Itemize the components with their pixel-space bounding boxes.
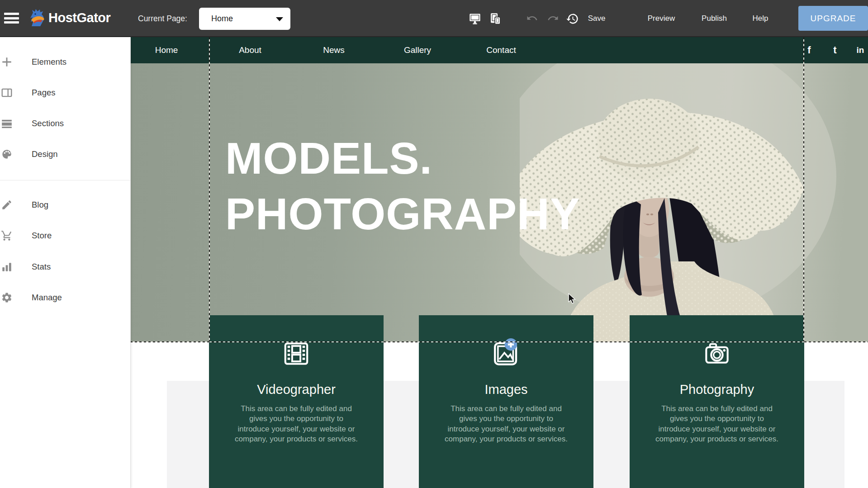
plus-icon: [1, 56, 13, 68]
editor-sidebar: Elements Pages Sections Design Blog Stor…: [0, 37, 131, 488]
twitter-icon[interactable]: t: [833, 37, 836, 63]
site-navbar[interactable]: Home About News Gallery Contact f t in: [130, 37, 868, 63]
gator-icon: [28, 8, 46, 27]
sidebar-divider: [0, 180, 130, 180]
current-page-label: Current Page:: [138, 0, 187, 37]
cart-icon: [1, 230, 13, 242]
editor-topbar: HostGator Current Page: Home Save Previe…: [0, 0, 868, 37]
desktop-preview-icon[interactable]: [465, 0, 485, 37]
hero-section[interactable]: MODELS.PHOTOGRAPHY: [130, 63, 868, 342]
page-dropdown[interactable]: Home: [199, 8, 290, 30]
sidebar-item-pages[interactable]: Pages: [0, 82, 130, 104]
card-body[interactable]: This area can be fully edited andgives y…: [655, 404, 778, 445]
site-nav-home[interactable]: Home: [155, 37, 178, 63]
history-icon[interactable]: [562, 0, 582, 37]
sidebar-label: Pages: [32, 88, 55, 98]
undo-icon[interactable]: [522, 0, 542, 37]
card-title[interactable]: Images: [484, 382, 527, 397]
sidebar-label: Blog: [32, 200, 48, 210]
hamburger-menu-icon[interactable]: [4, 13, 19, 24]
sidebar-item-sections[interactable]: Sections: [0, 113, 130, 134]
sidebar-label: Sections: [32, 118, 64, 128]
preview-button[interactable]: Preview: [648, 0, 675, 37]
pages-icon: [1, 87, 13, 99]
selection-border-left: [209, 37, 210, 342]
sidebar-item-manage[interactable]: Manage: [0, 287, 130, 308]
card-body[interactable]: This area can be fully edited andgives y…: [235, 404, 358, 445]
help-button[interactable]: Help: [753, 0, 768, 37]
mobile-preview-icon[interactable]: [485, 0, 505, 37]
sidebar-item-elements[interactable]: Elements: [0, 51, 130, 73]
selection-border-right: [803, 37, 804, 342]
brand-name: HostGator: [48, 10, 110, 25]
mouse-cursor: [567, 293, 577, 304]
site-canvas: Home About News Gallery Contact f t in: [130, 37, 868, 488]
palette-icon: [1, 148, 13, 160]
linkedin-icon[interactable]: in: [857, 37, 864, 63]
hostgator-logo: HostGator: [28, 8, 110, 27]
camera-icon: [702, 339, 732, 369]
card-title[interactable]: Photography: [680, 382, 754, 397]
sidebar-label: Design: [32, 149, 58, 159]
sidebar-label: Stats: [32, 262, 51, 272]
image-plus-icon: [491, 339, 521, 369]
hero-title-line2: PHOTOGRAPHY: [225, 189, 580, 239]
gear-icon: [1, 292, 13, 303]
publish-button[interactable]: Publish: [702, 0, 727, 37]
pencil-icon: [1, 199, 13, 211]
site-nav-gallery[interactable]: Gallery: [404, 37, 431, 63]
hero-title-line1: MODELS.: [225, 133, 432, 183]
selection-border-bottom: [130, 341, 868, 342]
site-nav-news[interactable]: News: [323, 37, 345, 63]
bar-chart-icon: [1, 261, 13, 273]
card-body[interactable]: This area can be fully edited andgives y…: [445, 404, 568, 445]
film-icon: [281, 339, 311, 369]
hero-title[interactable]: MODELS.PHOTOGRAPHY: [225, 130, 580, 242]
upgrade-button[interactable]: UPGRADE: [798, 6, 868, 31]
sidebar-item-design[interactable]: Design: [0, 143, 130, 165]
facebook-icon[interactable]: f: [807, 37, 811, 63]
chevron-down-icon: [276, 17, 283, 21]
sidebar-item-blog[interactable]: Blog: [0, 194, 130, 216]
sidebar-item-store[interactable]: Store: [0, 225, 130, 246]
sidebar-label: Store: [32, 231, 52, 241]
website-builder: HostGator Current Page: Home Save Previe…: [0, 0, 868, 488]
redo-icon[interactable]: [543, 0, 563, 37]
page-dropdown-value: Home: [211, 14, 233, 24]
sections-icon: [1, 118, 13, 129]
site-nav-contact[interactable]: Contact: [486, 37, 516, 63]
sidebar-item-stats[interactable]: Stats: [0, 256, 130, 278]
site-nav-about[interactable]: About: [239, 37, 261, 63]
sidebar-label: Elements: [32, 57, 66, 67]
card-title[interactable]: Videographer: [257, 382, 336, 397]
sidebar-label: Manage: [32, 293, 62, 303]
save-button[interactable]: Save: [588, 0, 606, 37]
